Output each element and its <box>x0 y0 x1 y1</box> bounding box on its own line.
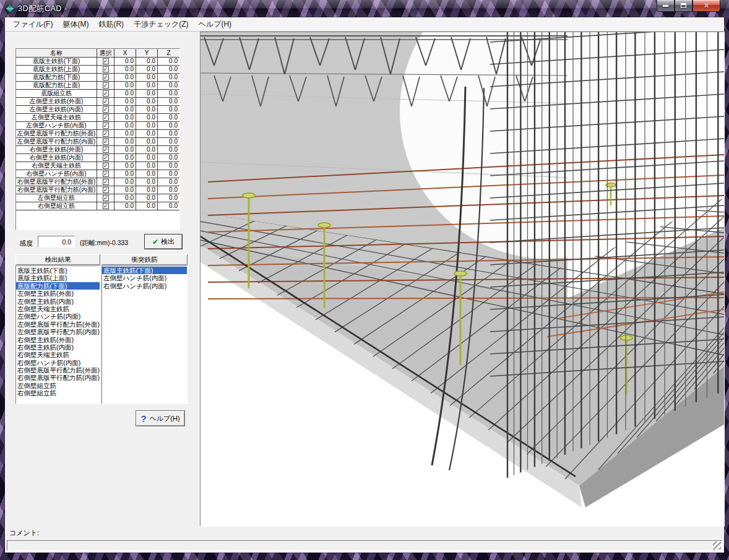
rebar-select-checkbox[interactable]: ✓ <box>103 123 109 129</box>
coord-y-cell: 0.0 <box>136 170 158 178</box>
window-controls: ✕ <box>657 0 720 12</box>
close-button[interactable]: ✕ <box>692 0 720 12</box>
rebar-select-cell: ✓ <box>97 98 114 106</box>
menu-rebar[interactable]: 鉄筋(R) <box>93 17 129 32</box>
rebar-name-cell[interactable]: 右側壁主鉄筋(外面) <box>16 146 97 154</box>
rebar-select-checkbox[interactable]: ✓ <box>103 139 109 145</box>
menu-file[interactable]: ファイル(F) <box>8 17 58 32</box>
rebar-select-checkbox[interactable]: ✓ <box>103 203 109 209</box>
detection-result-item[interactable]: 左側壁主鉄筋(外面) <box>16 290 100 297</box>
detection-result-item[interactable]: 左側壁主鉄筋(内面) <box>16 298 100 305</box>
coord-y-cell: 0.0 <box>136 106 158 114</box>
rebar-select-checkbox[interactable]: ✓ <box>103 90 109 97</box>
rebar-select-cell: ✓ <box>97 82 114 90</box>
rebar-select-checkbox[interactable]: ✓ <box>103 179 109 185</box>
detection-result-item[interactable]: 右側壁底版平行配力筋(外面) <box>16 366 100 374</box>
rebar-name-cell[interactable]: 底版組立筋 <box>16 90 97 98</box>
rebar-select-checkbox[interactable]: ✓ <box>103 82 109 88</box>
detection-result-item[interactable]: 底版主鉄筋(下面) <box>16 267 100 274</box>
coord-y-cell: 0.0 <box>136 66 158 74</box>
rebar-name-cell[interactable]: 左側壁主鉄筋(内面) <box>16 106 97 114</box>
coord-x-cell: 0.0 <box>114 122 136 130</box>
viewport-3d[interactable] <box>200 32 725 527</box>
rebar-select-checkbox[interactable]: ✓ <box>103 155 109 161</box>
rebar-name-cell[interactable]: 底版主鉄筋(下面) <box>16 58 97 66</box>
title-bar[interactable]: 3D配筋CAD - ✕ <box>0 0 729 17</box>
sensitivity-input[interactable]: 0.0 <box>38 236 75 248</box>
rebar-name-cell[interactable]: 右側壁底版平行配力筋(外面) <box>16 178 97 186</box>
rebar-select-checkbox[interactable]: ✓ <box>103 114 109 121</box>
rebar-name-cell[interactable]: 左側壁底版平行配力筋(内面) <box>16 138 97 146</box>
rebar-name-cell[interactable]: 右側壁主鉄筋(内面) <box>16 154 97 162</box>
help-button[interactable]: ? ヘルプ(H) <box>136 410 185 426</box>
coord-x-cell: 0.0 <box>114 194 136 202</box>
rebar-select-checkbox[interactable]: ✓ <box>103 187 109 193</box>
minimize-button[interactable] <box>657 0 675 12</box>
rebar-name-cell[interactable]: 左側壁天端主鉄筋 <box>16 114 97 122</box>
detection-result-item[interactable]: 左側壁ハンチ筋(内面) <box>16 312 100 320</box>
rebar-name-cell[interactable]: 左側壁ハンチ筋(内面) <box>16 122 97 130</box>
coord-y-cell: 0.0 <box>136 154 158 162</box>
rebar-name-cell[interactable]: 左側壁底版平行配力筋(外面) <box>16 130 97 138</box>
rebar-select-checkbox[interactable]: ✓ <box>103 171 109 177</box>
rebar-name-cell[interactable]: 左側壁組立筋 <box>16 194 97 202</box>
collision-rebar-item[interactable]: 右側壁ハンチ筋(内面) <box>102 282 187 290</box>
rebar-select-cell: ✓ <box>97 194 114 202</box>
detection-result-item[interactable]: 左側壁底版平行配力筋(外面) <box>16 321 100 328</box>
rebar-select-checkbox[interactable]: ✓ <box>103 98 109 105</box>
coord-x-cell: 0.0 <box>114 114 136 122</box>
rebar-name-cell[interactable]: 底版主鉄筋(上面) <box>16 66 97 74</box>
detection-results-list[interactable]: 底版主鉄筋(下面)底版主鉄筋(上面)底版配力筋(下面)左側壁主鉄筋(外面)左側壁… <box>15 265 100 404</box>
detection-result-item[interactable]: 右側壁ハンチ筋(内面) <box>16 359 100 366</box>
detection-result-item[interactable]: 左側壁底版平行配力筋(内面) <box>16 328 100 335</box>
rebar-select-checkbox[interactable]: ✓ <box>103 58 109 64</box>
rebar-select-checkbox[interactable]: ✓ <box>103 195 109 201</box>
rebar-name-cell[interactable]: 左側壁主鉄筋(外面) <box>16 98 97 106</box>
rebar-select-checkbox[interactable]: ✓ <box>103 131 109 137</box>
detection-result-item[interactable]: 右側壁主鉄筋(内面) <box>16 343 100 351</box>
rebar-select-cell: ✓ <box>97 186 114 194</box>
rebar-select-cell: ✓ <box>97 66 114 74</box>
detection-result-item[interactable]: 底版配力筋(下面) <box>16 282 100 290</box>
rebar-select-checkbox[interactable]: ✓ <box>103 66 109 72</box>
maximize-button[interactable] <box>675 0 692 12</box>
rebar-select-checkbox[interactable]: ✓ <box>103 163 109 169</box>
sensitivity-label: 感度 <box>19 239 33 248</box>
collision-rebar-list[interactable]: 底版主鉄筋(下面)左側壁ハンチ筋(内面)右側壁ハンチ筋(内面) <box>101 265 188 404</box>
detection-result-item[interactable]: 左側壁組立筋 <box>16 382 100 389</box>
detection-results-header[interactable]: 検出結果 <box>15 254 100 265</box>
detection-result-item[interactable]: 右側壁天端主鉄筋 <box>16 351 100 358</box>
rebar-name-cell[interactable]: 底版配力筋(下面) <box>16 74 97 82</box>
detection-result-item[interactable]: 左側壁天端主鉄筋 <box>16 305 100 312</box>
rebar-name-cell[interactable]: 底版配力筋(上面) <box>16 82 97 90</box>
coord-y-cell: 0.0 <box>136 74 158 82</box>
menu-interference-check[interactable]: 干渉チェック(Z) <box>129 17 193 32</box>
detection-result-item[interactable]: 右側壁底版平行配力筋(内面) <box>16 374 100 381</box>
col-header-x: X <box>114 49 136 58</box>
rebar-name-cell[interactable]: 右側壁天端主鉄筋 <box>16 162 97 170</box>
menu-help[interactable]: ヘルプ(H) <box>194 17 237 32</box>
rebar-name-cell[interactable]: 右側壁ハンチ筋(内面) <box>16 170 97 178</box>
collision-rebar-item[interactable]: 左側壁ハンチ筋(内面) <box>102 274 187 282</box>
rebar-select-checkbox[interactable]: ✓ <box>103 74 109 80</box>
coord-z-cell: 0.0 <box>158 146 179 154</box>
maximize-icon <box>681 3 686 8</box>
resize-grip[interactable] <box>713 541 721 549</box>
coord-z-cell: 0.0 <box>158 106 179 114</box>
collision-rebar-item[interactable]: 底版主鉄筋(下面) <box>102 267 187 274</box>
rebar-select-checkbox[interactable]: ✓ <box>103 106 109 113</box>
collision-rebar-header[interactable]: 衝突鉄筋 <box>101 254 188 265</box>
detection-result-item[interactable]: 右側壁組立筋 <box>16 389 100 397</box>
check-icon: ✔ <box>152 238 158 246</box>
rebar-name-cell[interactable]: 右側壁底版平行配力筋(内面) <box>16 186 97 194</box>
status-bar <box>7 540 722 551</box>
detection-result-item[interactable]: 底版主鉄筋(上面) <box>16 274 100 282</box>
rebar-select-cell: ✓ <box>97 178 114 186</box>
rebar-select-checkbox[interactable]: ✓ <box>103 147 109 153</box>
detection-result-item[interactable]: 右側壁主鉄筋(外面) <box>16 336 100 343</box>
rebar-name-cell[interactable]: 右側壁組立筋 <box>16 202 97 210</box>
coord-x-cell: 0.0 <box>114 146 136 154</box>
detect-button[interactable]: ✔ 検出 <box>144 234 183 249</box>
menu-body[interactable]: 躯体(M) <box>58 17 93 32</box>
app-window: ファイル(F) 躯体(M) 鉄筋(R) 干渉チェック(Z) ヘルプ(H) 名称 … <box>5 17 724 553</box>
